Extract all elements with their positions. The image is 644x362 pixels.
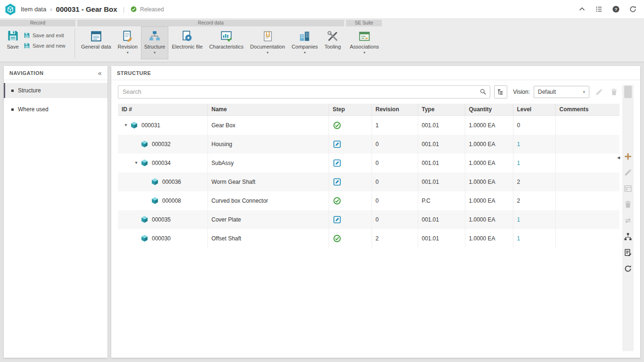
ribbon-tab-label: Tooling: [324, 44, 341, 49]
ribbon-tab-strip-se-suite: Associations ▾: [347, 26, 382, 62]
ribbon-tab-label: Electronic file: [172, 44, 202, 49]
column-header-level[interactable]: Level: [513, 104, 555, 115]
search-icon[interactable]: [479, 88, 487, 95]
edit-item-button[interactable]: [623, 168, 633, 177]
save-exit-icon: [24, 32, 30, 39]
item-revision: 2: [372, 229, 418, 248]
view-item-button[interactable]: [623, 184, 633, 193]
collapse-sidebar-icon[interactable]: «: [98, 69, 102, 77]
chevron-down-icon: ▾: [304, 51, 305, 54]
ribbon-tab-general-data[interactable]: General data ▾: [78, 26, 115, 59]
item-revision: 0: [372, 210, 418, 229]
column-header-type[interactable]: Type: [418, 104, 465, 115]
item-revision: 0: [372, 135, 418, 154]
reload-button[interactable]: [628, 5, 637, 14]
sidebar-item-label: Where used: [18, 106, 49, 113]
menu-list-button[interactable]: [594, 5, 603, 14]
table-row[interactable]: ▼ 000034 SubAssy 0 001.01 1.0000 EA 1: [118, 154, 619, 173]
item-cube-icon: [140, 140, 149, 148]
item-id[interactable]: 000035: [152, 216, 171, 223]
table-row[interactable]: 000035 Cover Plate 0 001.01 1.0000 EA 1: [118, 210, 619, 229]
save-and-exit-button[interactable]: Save and exit: [24, 32, 66, 39]
ribbon-tab-label: Structure: [144, 44, 165, 49]
item-id[interactable]: 000008: [162, 197, 181, 204]
table-row[interactable]: 000032 Housing 0 001.01 1.0000 EA 1: [118, 135, 619, 154]
save-and-new-button[interactable]: Save and new: [24, 42, 66, 49]
item-comments: [555, 173, 619, 191]
column-header-revision[interactable]: Revision: [372, 104, 418, 115]
ribbon-tab-electronic-file[interactable]: Electronic file ▾: [168, 26, 206, 59]
chevron-down-icon: ▾: [267, 51, 269, 54]
table-row[interactable]: 000036 Worm Gear Shaft 0 001.01 1.0000 E…: [118, 173, 619, 191]
delete-item-button[interactable]: [623, 200, 633, 209]
delete-vision-button[interactable]: [608, 86, 619, 98]
table-row[interactable]: 000030 Offset Shaft 2 001.01 1.0000 EA 1: [118, 229, 619, 248]
help-button[interactable]: [611, 5, 620, 14]
ribbon-tab-revision[interactable]: Revision ▾: [115, 26, 141, 59]
save-icon: [7, 29, 19, 42]
item-name: Cover Plate: [207, 210, 329, 229]
refresh-structure-button[interactable]: [623, 264, 633, 273]
save-group: Save Save and exit Save and new: [2, 26, 74, 62]
save-new-icon: [24, 42, 30, 49]
item-quantity: 1.0000 EA: [465, 229, 513, 248]
tree-view-button[interactable]: [494, 85, 507, 99]
report-icon: [624, 248, 632, 257]
item-revision: 0: [372, 173, 418, 191]
ribbon: Record Record data SE Suite Save Save an…: [0, 19, 644, 62]
app-logo-icon[interactable]: [4, 3, 17, 16]
edit-vision-button[interactable]: [593, 86, 604, 98]
move-item-button[interactable]: [623, 216, 633, 225]
hierarchy-view-button[interactable]: [623, 232, 633, 241]
ribbon-tab-structure[interactable]: Structure ▾: [141, 26, 169, 59]
collapse-rail-icon[interactable]: ◀: [617, 156, 620, 160]
ribbon-tab-icon: [358, 30, 371, 42]
ribbon-tab-icon: [298, 30, 311, 42]
pencil-icon: [595, 88, 603, 96]
collapse-header-button[interactable]: [577, 5, 586, 14]
vision-select[interactable]: Default ▾: [534, 86, 589, 98]
table-row[interactable]: ▼ 000031 Gear Box 1 001.01 1.0000 EA 0: [118, 115, 619, 135]
item-quantity: 1.0000 EA: [465, 210, 513, 229]
trash-icon: [624, 200, 632, 209]
column-header-comments[interactable]: Comments: [555, 104, 619, 115]
ribbon-tab-companies[interactable]: Companies ▾: [289, 26, 322, 59]
item-comments: [555, 191, 619, 210]
item-level: 1: [513, 210, 555, 229]
vertical-scrollbar-thumb[interactable]: [624, 86, 632, 98]
save-label: Save: [7, 44, 18, 49]
sidebar-item-where-used[interactable]: Where used: [4, 102, 107, 117]
item-id[interactable]: 000032: [152, 141, 171, 148]
sidebar-item-label: Structure: [18, 87, 41, 94]
item-revision: 1: [372, 115, 418, 135]
structure-panel: STRUCTURE Vision: Default ▾: [111, 66, 640, 358]
item-comments: [555, 135, 619, 154]
column-header-step[interactable]: Step: [329, 104, 372, 115]
add-item-button[interactable]: [623, 152, 633, 161]
save-button[interactable]: Save: [2, 29, 24, 62]
expand-arrow-icon[interactable]: ▼: [122, 123, 130, 127]
report-button[interactable]: [623, 248, 633, 257]
item-id[interactable]: 000031: [141, 122, 160, 129]
item-name: Housing: [207, 135, 329, 154]
sidebar-item-structure[interactable]: Structure: [4, 83, 107, 98]
column-header-name[interactable]: Name: [207, 104, 329, 115]
breadcrumb[interactable]: Item data: [21, 6, 46, 13]
table-row[interactable]: 000008 Curved box Connector 0 P.C 1.0000…: [118, 191, 619, 210]
item-id[interactable]: 000030: [152, 235, 171, 242]
item-id[interactable]: 000034: [152, 160, 171, 166]
item-cube-icon: [140, 159, 149, 167]
ribbon-tab-documentation[interactable]: Documentation ▾: [247, 26, 289, 59]
ribbon-tab-tooling[interactable]: Tooling ▾: [321, 26, 344, 59]
item-cube-icon: [140, 215, 149, 223]
topbar-actions: [577, 5, 637, 14]
ribbon-group-record: Record: [0, 20, 75, 26]
ribbon-tab-associations[interactable]: Associations ▾: [347, 26, 382, 59]
ribbon-tab-characteristics[interactable]: Characteristics ▾: [206, 26, 247, 59]
expand-arrow-icon[interactable]: ▼: [132, 161, 140, 165]
item-id[interactable]: 000036: [162, 179, 181, 185]
search-input[interactable]: [118, 85, 490, 99]
column-header-quantity[interactable]: Quantity: [465, 104, 513, 115]
column-header-id-[interactable]: ID #: [118, 104, 207, 115]
item-name: SubAssy: [207, 154, 329, 173]
